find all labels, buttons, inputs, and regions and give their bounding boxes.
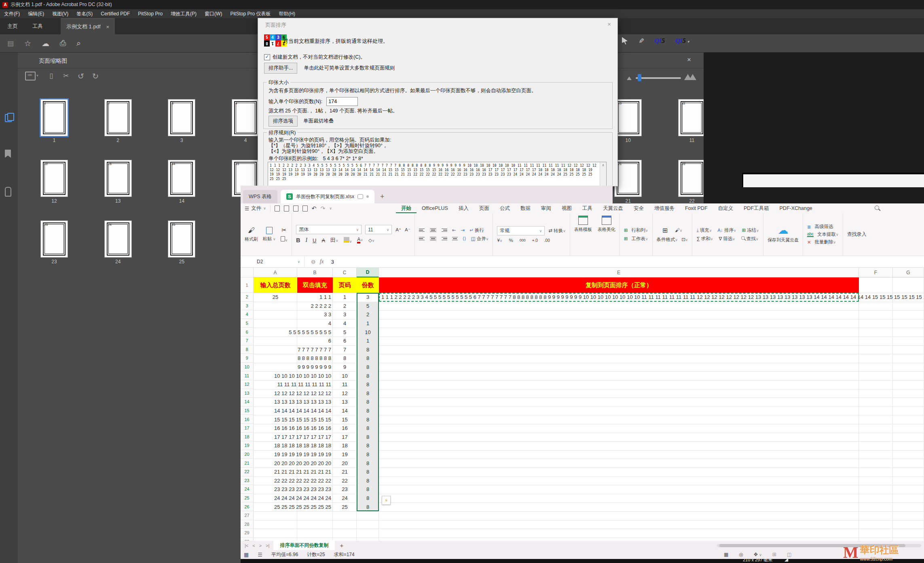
wps-menu-tab[interactable]: 数据 bbox=[515, 203, 536, 213]
cell-c12[interactable]: 11 bbox=[333, 380, 357, 389]
cell-b16[interactable]: 15 15 15 15 15 15 15 15 bbox=[254, 415, 333, 424]
attachments-icon[interactable] bbox=[5, 187, 11, 197]
eyedropper-icon[interactable]: ✎ bbox=[637, 38, 645, 43]
tab-home[interactable]: 主页 bbox=[0, 18, 25, 34]
cell-c19[interactable]: 18 bbox=[333, 441, 357, 450]
align-left-icon[interactable] bbox=[419, 237, 425, 241]
menu-item[interactable]: 增效工具(P) bbox=[167, 9, 201, 18]
wps-menu-tab[interactable]: 自定义 bbox=[713, 203, 739, 213]
textarea-scrollbar[interactable]: ∧ bbox=[600, 162, 606, 186]
cell-c15[interactable]: 14 bbox=[333, 406, 357, 415]
options-dropdown-icon[interactable]: ▾ bbox=[36, 73, 38, 78]
cell-b19[interactable]: 18 18 18 18 18 18 18 18 bbox=[254, 441, 333, 450]
header-cell-b1[interactable]: 双击填充 bbox=[297, 277, 333, 293]
add-sheet-icon[interactable]: + bbox=[340, 542, 343, 549]
menu-item[interactable]: 窗口(W) bbox=[201, 9, 226, 18]
cell-b5[interactable]: 4 bbox=[254, 319, 333, 328]
cell-b24[interactable]: 23 23 23 23 23 23 23 23 bbox=[254, 485, 333, 494]
wps-menu-tab[interactable]: 工具 bbox=[577, 203, 598, 213]
thumb-size-slider[interactable] bbox=[636, 77, 681, 79]
wps-menu-tab[interactable]: 审阅 bbox=[536, 203, 556, 213]
row-header[interactable]: 10 bbox=[241, 363, 254, 372]
wps-menu-tab[interactable]: 增值服务 bbox=[649, 203, 680, 213]
italic-icon[interactable]: I bbox=[305, 237, 307, 243]
row-header[interactable]: 8 bbox=[241, 345, 254, 354]
cell-style-icon[interactable]: ⊞ bbox=[662, 226, 668, 234]
page-thumbnail[interactable]: 12 bbox=[40, 160, 68, 197]
paste-button[interactable]: 粘贴 ∨ bbox=[263, 227, 276, 242]
row-header[interactable]: 22 bbox=[241, 468, 254, 476]
menu-item[interactable]: 文件(F) bbox=[0, 9, 24, 18]
cell-c2[interactable]: 1 bbox=[333, 293, 357, 302]
eye-icon[interactable]: ◎ bbox=[739, 552, 743, 557]
cell-b7[interactable]: 6 bbox=[254, 337, 333, 345]
print-icon[interactable] bbox=[293, 205, 298, 212]
cell-b9[interactable]: 8 8 8 8 8 8 8 8 bbox=[254, 354, 333, 363]
page-thumbnail[interactable]: 23 bbox=[40, 220, 68, 258]
header-cell-c1[interactable]: 页码 bbox=[333, 277, 357, 293]
wrap-text-button[interactable]: ↵ 换行 bbox=[469, 227, 484, 233]
cell-b26[interactable]: 25 25 25 25 25 25 25 25 bbox=[254, 502, 333, 511]
tab-tools[interactable]: 工具 bbox=[25, 18, 50, 34]
save-icon[interactable]: ▤ bbox=[7, 39, 14, 48]
row-header[interactable]: 25 bbox=[241, 494, 254, 503]
anchor-icon[interactable]: ✥ ∨ bbox=[754, 552, 762, 557]
row-header[interactable]: 1 bbox=[241, 277, 254, 293]
outline-icon[interactable]: ☰ bbox=[258, 552, 262, 558]
corner-cell[interactable] bbox=[241, 268, 254, 277]
format-painter-button[interactable]: 🖌︎ 格式刷 bbox=[245, 226, 258, 242]
cell-c18[interactable]: 17 bbox=[333, 433, 357, 442]
cell-b21[interactable]: 20 20 20 20 20 20 20 20 bbox=[254, 459, 333, 468]
cell-c9[interactable]: 8 bbox=[333, 354, 357, 363]
wps-menu-tab[interactable]: OfficePLUS bbox=[417, 203, 453, 213]
cell-e2[interactable]: 1 1 1 2 2 2 2 2 3 3 4 5 5 5 5 5 5 5 5 5 … bbox=[380, 293, 924, 302]
cell-c20[interactable]: 19 bbox=[333, 450, 357, 459]
sort-button[interactable]: A↓ 排序∨ bbox=[717, 227, 736, 233]
cell-c11[interactable]: 10 bbox=[333, 371, 357, 380]
page-thumbnail[interactable]: 22 bbox=[678, 160, 704, 197]
cell-b20[interactable]: 19 19 19 19 19 19 19 19 bbox=[254, 450, 333, 459]
percent-icon[interactable]: % bbox=[509, 238, 513, 243]
page-thumbnail[interactable]: 10 bbox=[614, 99, 642, 136]
cell-d7[interactable]: 1 bbox=[357, 337, 379, 345]
insert-function-icon[interactable]: fx bbox=[320, 258, 324, 265]
cell-b13[interactable]: 12 12 12 12 12 12 12 12 bbox=[254, 389, 333, 398]
adv-filter-button[interactable]: 高级筛选 bbox=[815, 224, 833, 230]
panel-close-icon[interactable]: × bbox=[687, 56, 691, 64]
cell-d4[interactable]: 2 bbox=[357, 310, 379, 319]
wps-menu-tab[interactable]: 视图 bbox=[556, 203, 577, 213]
page-thumbnail[interactable]: 21 bbox=[614, 160, 642, 197]
wps-menu-tab[interactable]: PDF-XChange bbox=[774, 203, 818, 213]
page-thumbnail[interactable]: 14 bbox=[168, 160, 195, 197]
wps-menu-tab[interactable]: 插入 bbox=[453, 203, 474, 213]
view-normal-icon[interactable]: ⊞ bbox=[772, 552, 776, 557]
row-header[interactable]: 2 bbox=[241, 293, 254, 302]
cut-icon[interactable]: ✂ bbox=[281, 226, 287, 234]
cell-c22[interactable]: 21 bbox=[333, 468, 357, 476]
row-header[interactable]: 21 bbox=[241, 459, 254, 468]
increase-decimal-icon[interactable]: +.0 bbox=[532, 238, 538, 243]
page-thumbnail[interactable]: 11 bbox=[678, 99, 704, 136]
cell-d25[interactable]: 8 bbox=[357, 494, 379, 503]
shrink-font-icon[interactable]: A⁻ bbox=[405, 227, 410, 233]
cell-b25[interactable]: 24 24 24 24 24 24 24 24 bbox=[254, 494, 333, 503]
page-thumbnail[interactable]: 1 bbox=[40, 99, 68, 136]
page-thumbnail[interactable]: 2 bbox=[104, 99, 132, 136]
font-size-select[interactable]: 11∨ bbox=[365, 225, 392, 234]
qi-plugin-dropdown-icon[interactable]: QI5 ▾ bbox=[675, 37, 689, 44]
cell-d26[interactable]: 8 bbox=[357, 502, 379, 511]
rows-cols-button[interactable]: 行和列∨ bbox=[631, 227, 648, 233]
cell-d18[interactable]: 8 bbox=[357, 433, 379, 442]
cell-c6[interactable]: 5 bbox=[333, 328, 357, 337]
indent-decrease-icon[interactable]: ⇤ bbox=[452, 227, 456, 233]
align-right-icon[interactable] bbox=[442, 237, 447, 241]
grid-settings-icon[interactable]: ▦ bbox=[724, 552, 728, 557]
font-color-icon[interactable]: A∨ bbox=[357, 237, 363, 243]
search-button[interactable] bbox=[875, 205, 879, 211]
cell-b15[interactable]: 14 14 14 14 14 14 14 14 bbox=[254, 406, 333, 415]
cell-b12[interactable]: 11 11 11 11 11 11 11 11 bbox=[254, 380, 333, 389]
menu-item[interactable]: 编辑(E) bbox=[24, 9, 48, 18]
row-header[interactable]: 24 bbox=[241, 485, 254, 494]
prev-sheet-icon[interactable]: < bbox=[252, 543, 255, 548]
cell-d22[interactable]: 8 bbox=[357, 468, 379, 476]
